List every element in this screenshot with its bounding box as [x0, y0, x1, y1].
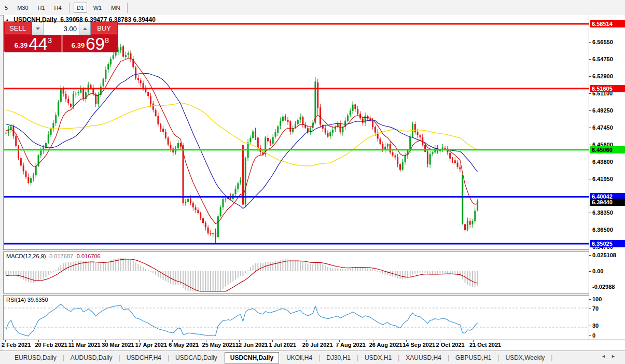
candlestick-series	[5, 44, 478, 243]
price-axis-tick	[589, 59, 591, 60]
price-axis-label: 6.52900	[592, 73, 613, 79]
rsi-axis-label: 100	[592, 296, 602, 302]
price-axis-tick	[589, 162, 591, 162]
time-axis-label: 30 Mar 2021	[102, 342, 134, 348]
tab-scroll-right-button[interactable]: ►	[611, 354, 621, 359]
timeframe-button-h1[interactable]: H1	[35, 3, 48, 13]
price-axis-tick	[589, 128, 591, 128]
sell-button[interactable]: SELL	[5, 22, 31, 34]
tab-eurusd-daily[interactable]: EURUSD,Daily	[9, 353, 62, 363]
level-price-badge: 6.45060	[590, 146, 625, 153]
price-axis-label: 6.49250	[592, 107, 613, 114]
tab-separator: |	[63, 354, 64, 361]
timeframe-button-w1[interactable]: W1	[90, 3, 105, 13]
buy-price-sup: 8	[105, 36, 109, 45]
timeframe-button-mn[interactable]: MN	[108, 3, 123, 13]
price-axis[interactable]: 6.565506.547506.529006.511006.492506.474…	[589, 16, 625, 340]
macd-axis-tick	[589, 287, 591, 287]
price-axis-tick	[589, 230, 591, 230]
current-price-badge: 6.39440	[590, 199, 625, 206]
rsi-axis-tick	[589, 326, 591, 326]
tab-usdx-h1[interactable]: USDX,H1	[359, 353, 397, 363]
time-axis-label: 25 May 2021	[202, 342, 235, 348]
time-axis-label: 20 Jul 2021	[302, 342, 333, 348]
tab-ukoil-h4[interactable]: UKOil,H4	[281, 353, 317, 363]
toolbar-separator	[69, 3, 70, 13]
macd-signal-line	[6, 259, 478, 291]
ohlc-values: 6.39058 6.39477 6.38783 6.39440	[60, 16, 156, 23]
chart-title: ▲ USDCNH,Daily 6.39058 6.39477 6.38783 6…	[5, 16, 156, 23]
chart-tab-bar: EURUSD,Daily|AUDUSD,Daily|USDCHF,H4|USDC…	[0, 351, 625, 364]
timeframe-button-5[interactable]: 5	[2, 3, 11, 13]
rsi-chart-canvas[interactable]	[4, 296, 589, 340]
rsi-line	[6, 304, 478, 336]
tab-scroll-arrows: ◄►	[601, 354, 621, 359]
sell-price-prefix: 6.39	[15, 41, 27, 49]
time-axis-label: 21 Oct 2021	[469, 342, 501, 348]
macd-axis-label: 0.00	[592, 268, 603, 274]
tab-usdx-weekly[interactable]: USDX,Weekly	[501, 353, 550, 363]
timeframe-button-d1[interactable]: D1	[74, 3, 87, 13]
level-price-badge: 6.51605	[590, 85, 625, 92]
rsi-axis-tick	[589, 335, 591, 336]
price-axis-tick	[589, 213, 591, 213]
price-axis-label: 6.47450	[592, 124, 613, 131]
timeframe-button-h4[interactable]: H4	[51, 3, 65, 13]
price-axis-tick	[589, 145, 591, 145]
time-axis-label: 20 Feb 2021	[35, 342, 67, 348]
price-axis-tick	[589, 93, 591, 94]
tab-usdcnh-daily[interactable]: USDCNH,Daily	[225, 352, 279, 363]
buy-price-big: 69	[86, 36, 105, 51]
symbol-name: USDCNH,Daily	[13, 16, 57, 23]
volume-increase-button[interactable]	[79, 22, 90, 35]
price-axis-label: 6.36500	[592, 227, 613, 233]
timeframe-button-m30[interactable]: M30	[14, 3, 31, 13]
macd-axis-label: -0.02988	[592, 284, 615, 290]
rsi-label: RSI(14) 39.6350	[6, 297, 48, 303]
time-axis-label: 11 Mar 2021	[68, 342, 101, 348]
time-axis-label: 14 Sep 2021	[402, 342, 435, 348]
tab-usdchf-h4[interactable]: USDCHF,H4	[121, 353, 166, 363]
time-axis-label: 2 Oct 2021	[436, 342, 465, 348]
sell-price-display[interactable]: 6.39 44 3	[5, 35, 62, 52]
tab-dj30-h1[interactable]: DJ30,H1	[321, 353, 356, 363]
collapse-triangle-icon[interactable]: ▲	[5, 18, 9, 22]
macd-value-main: -0.017687	[47, 253, 73, 259]
time-axis-label: 2 Feb 2021	[2, 342, 31, 348]
price-axis-label: 6.43800	[592, 159, 613, 165]
tab-separator: |	[398, 354, 399, 361]
price-axis-tick	[589, 76, 591, 77]
time-axis-label: 12 Jun 2021	[235, 342, 268, 348]
tab-separator: |	[168, 354, 169, 361]
tab-xauusd-h4[interactable]: XAUUSD,H4	[400, 353, 447, 363]
tab-separator: |	[318, 354, 320, 361]
timeframe-toolbar: 5M30H1H4D1W1MN	[0, 0, 625, 16]
tab-usdcad-daily[interactable]: USDCAD,Daily	[170, 353, 223, 363]
tab-separator: |	[357, 354, 358, 361]
tab-gbpusd-h1[interactable]: GBPUSD,H1	[450, 353, 496, 363]
arrow-up-icon	[83, 27, 87, 30]
buy-button[interactable]: BUY	[91, 22, 117, 34]
pane-splitter-macd[interactable]	[3, 249, 625, 252]
tab-audusd-daily[interactable]: AUDUSD,Daily	[65, 353, 118, 363]
price-axis-label: 6.54750	[592, 56, 613, 62]
price-axis-label: 6.38350	[592, 209, 613, 216]
level-price-badge: 6.35025	[590, 240, 625, 247]
arrow-down-icon	[36, 27, 40, 30]
buy-price-display[interactable]: 6.39 69 8	[62, 35, 118, 52]
macd-histogram	[6, 258, 478, 291]
macd-value-signal: -0.016706	[75, 253, 101, 259]
volume-decrease-button[interactable]	[32, 22, 43, 35]
tab-separator: |	[497, 354, 499, 361]
one-click-trading-panel: SELL 3.00 BUY 6.39 44 3 6.39 69 8	[4, 22, 118, 51]
tab-separator: |	[551, 354, 552, 361]
tab-scroll-left-button[interactable]: ◄	[601, 354, 611, 359]
volume-input[interactable]: 3.00	[43, 22, 79, 35]
pane-splitter-rsi[interactable]	[3, 293, 625, 296]
buy-price-prefix: 6.39	[72, 41, 85, 49]
macd-label: MACD(12,26,9) -0.017687 -0.016706	[6, 253, 101, 259]
ma-slow-line	[6, 103, 478, 166]
macd-axis-tick	[589, 271, 591, 272]
price-axis-tick	[589, 42, 591, 43]
time-axis-label: 7 Aug 2021	[336, 342, 366, 348]
